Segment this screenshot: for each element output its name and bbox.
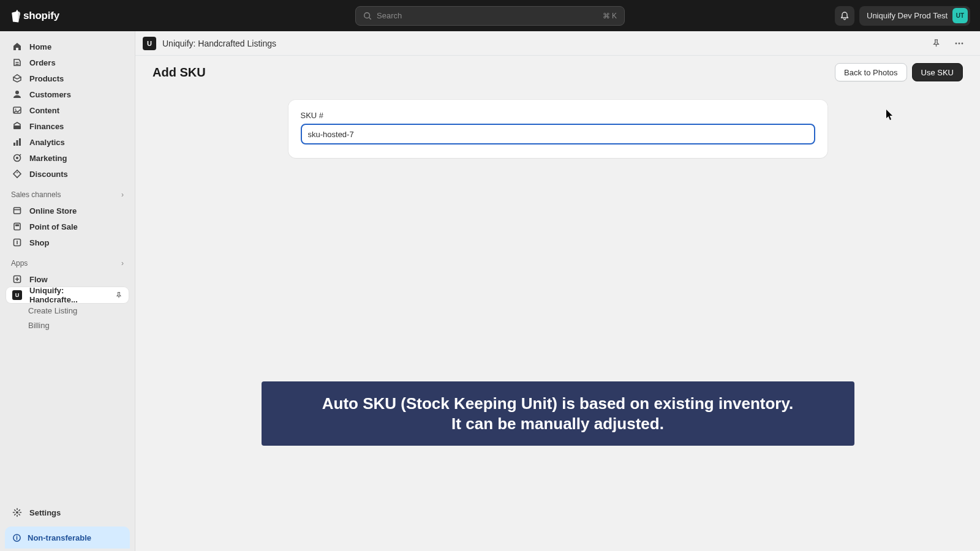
sidebar-item-label: Online Store: [29, 206, 77, 216]
sidebar-item-uniquify-app[interactable]: U Uniquify: Handcrafte...: [6, 287, 129, 303]
sidebar-sub-label: Create Listing: [28, 306, 77, 315]
svg-point-21: [962, 42, 963, 44]
app-bar-pin-button[interactable]: [927, 35, 944, 52]
brand-name: shopify: [23, 10, 59, 22]
sidebar-item-label: Uniquify: Handcrafte...: [29, 286, 108, 304]
sidebar-item-marketing[interactable]: Marketing: [1, 150, 134, 166]
orders-icon: [12, 58, 22, 67]
global-search[interactable]: Search ⌘ K: [355, 6, 625, 26]
sidebar-item-customers[interactable]: Customers: [1, 86, 134, 102]
sidebar-bottom: Settings Non-transferable: [0, 504, 135, 551]
store-name: Uniquify Dev Prod Test: [867, 11, 948, 20]
info-icon: [12, 533, 21, 542]
section-label: Sales channels: [11, 190, 61, 199]
svg-rect-12: [14, 223, 20, 230]
sidebar-item-home[interactable]: Home: [1, 39, 134, 54]
chevron-right-icon: ›: [121, 259, 124, 268]
sidebar-item-shop[interactable]: Shop: [1, 234, 134, 250]
gear-icon: [12, 508, 22, 517]
shop-icon: [12, 238, 22, 247]
app-bar-more-button[interactable]: [951, 35, 968, 52]
marketing-icon: [12, 153, 22, 163]
sidebar-sub-label: Billing: [28, 321, 50, 330]
svg-rect-4: [13, 126, 21, 129]
section-sales-channels[interactable]: Sales channels›: [0, 182, 135, 203]
partner-badge[interactable]: Non-transferable: [5, 527, 130, 549]
sidebar-sub-billing[interactable]: Billing: [0, 318, 135, 332]
avatar: UT: [952, 8, 968, 23]
sidebar-item-settings[interactable]: Settings: [1, 504, 134, 520]
button-label: Use SKU: [921, 68, 954, 77]
chevron-right-icon: ›: [121, 190, 124, 199]
back-to-photos-button[interactable]: Back to Photos: [835, 63, 907, 81]
info-banner: Auto SKU (Stock Keeping Unit) is based o…: [262, 381, 854, 446]
notifications-button[interactable]: [835, 6, 854, 26]
finances-icon: [12, 121, 22, 131]
store-switcher[interactable]: Uniquify Dev Prod Test UT: [859, 6, 970, 26]
page-title: Add SKU: [153, 66, 206, 80]
page-header: Add SKU Back to Photos Use SKU: [153, 63, 963, 81]
pin-icon[interactable]: [115, 291, 123, 299]
sidebar-item-products[interactable]: Products: [1, 70, 134, 86]
sidebar-item-orders[interactable]: Orders: [1, 54, 134, 70]
sidebar-item-label: Marketing: [29, 154, 67, 163]
svg-point-3: [15, 109, 17, 110]
banner-line-2: It can be manually adjusted.: [276, 414, 840, 434]
svg-point-18: [17, 535, 18, 536]
app-icon-letter: U: [147, 40, 152, 47]
svg-rect-5: [13, 143, 15, 146]
sidebar-item-label: Analytics: [29, 138, 65, 147]
section-label: Apps: [11, 259, 28, 268]
use-sku-button[interactable]: Use SKU: [912, 63, 963, 81]
banner-line-1: Auto SKU (Stock Keeping Unit) is based o…: [276, 394, 840, 414]
app-bar-title: Uniquify: Handcrafted Listings: [162, 39, 276, 48]
analytics-icon: [12, 137, 22, 147]
sidebar-item-label: Home: [29, 42, 51, 51]
app-bar: U Uniquify: Handcrafted Listings: [135, 31, 980, 56]
content-icon: [12, 105, 22, 115]
avatar-initials: UT: [956, 12, 964, 19]
svg-point-16: [16, 511, 18, 514]
svg-point-20: [959, 42, 960, 44]
page: Add SKU Back to Photos Use SKU SKU # Aut…: [135, 56, 980, 453]
sidebar-item-label: Products: [29, 74, 64, 83]
sidebar-item-analytics[interactable]: Analytics: [1, 134, 134, 150]
app-bar-icon: U: [143, 37, 156, 50]
button-label: Back to Photos: [844, 68, 897, 77]
more-horizontal-icon: [954, 39, 964, 48]
brand-logo: shopify: [10, 9, 59, 23]
sidebar-item-label: Finances: [29, 122, 64, 131]
products-icon: [12, 73, 22, 83]
sidebar-item-online-store[interactable]: Online Store: [1, 203, 134, 219]
sidebar-item-finances[interactable]: Finances: [1, 118, 134, 134]
search-placeholder: Search: [372, 11, 603, 20]
sidebar-item-label: Content: [29, 106, 59, 115]
svg-point-19: [956, 42, 957, 44]
pin-icon: [932, 39, 941, 48]
sidebar-item-pos[interactable]: Point of Sale: [1, 219, 134, 234]
sidebar-sub-create-listing[interactable]: Create Listing: [0, 303, 135, 318]
sidebar-item-label: Discounts: [29, 170, 68, 179]
shell: Home Orders Products Customers Content F…: [0, 31, 980, 551]
sidebar-item-flow[interactable]: Flow: [1, 271, 134, 287]
topbar: shopify Search ⌘ K Uniquify Dev Prod Tes…: [0, 0, 980, 31]
main: U Uniquify: Handcrafted Listings Add SKU…: [135, 31, 980, 551]
topbar-right: Uniquify Dev Prod Test UT: [835, 6, 970, 26]
svg-rect-13: [15, 225, 19, 227]
svg-rect-7: [19, 138, 21, 146]
sidebar-item-label: Flow: [29, 275, 48, 284]
sidebar-item-content[interactable]: Content: [1, 102, 134, 118]
bell-icon: [840, 11, 850, 21]
home-icon: [12, 42, 22, 51]
shopify-bag-icon: [10, 9, 22, 23]
sidebar-item-label: Shop: [29, 238, 50, 247]
customers-icon: [12, 89, 22, 99]
svg-point-9: [16, 157, 18, 159]
search-shortcut: ⌘ K: [603, 12, 617, 20]
flow-icon: [12, 274, 22, 284]
sku-input[interactable]: [301, 124, 815, 144]
sidebar: Home Orders Products Customers Content F…: [0, 31, 135, 551]
store-icon: [12, 206, 22, 216]
section-apps[interactable]: Apps›: [0, 250, 135, 271]
sidebar-item-discounts[interactable]: Discounts: [1, 166, 134, 182]
